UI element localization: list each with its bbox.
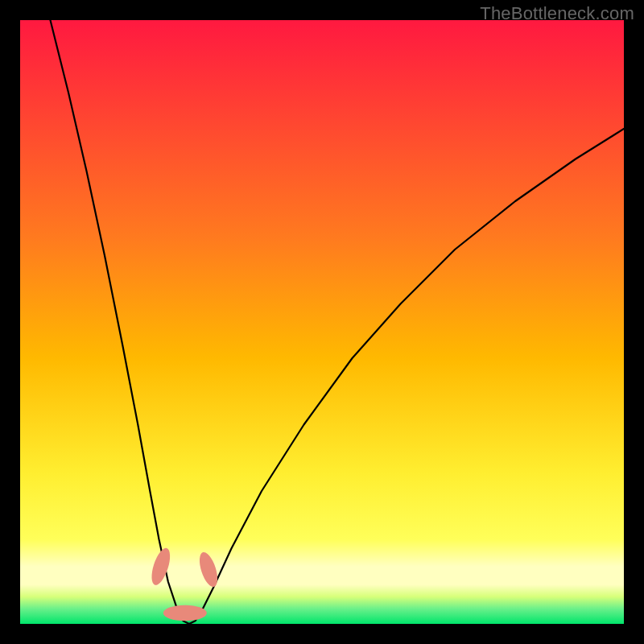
chart-svg <box>20 20 624 624</box>
marker-bottom <box>163 605 207 621</box>
chart-frame: TheBottleneck.com <box>0 0 644 644</box>
gradient-background <box>20 20 624 624</box>
plot-area <box>20 20 624 624</box>
watermark-text: TheBottleneck.com <box>480 3 634 24</box>
